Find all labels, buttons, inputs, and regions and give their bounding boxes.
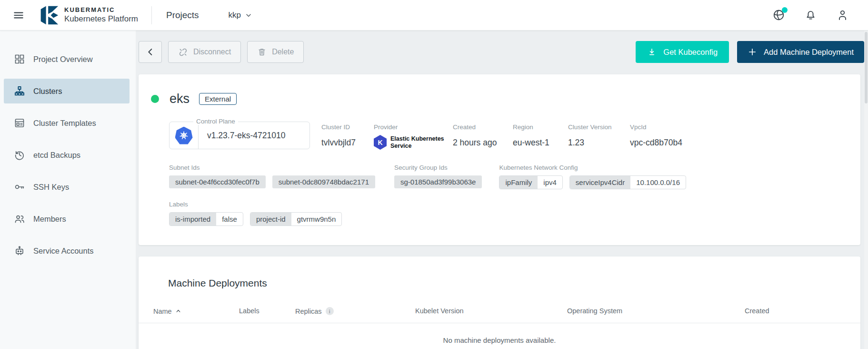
- field-label: Provider: [374, 123, 453, 131]
- vpcid-value: vpc-cd8b70b4: [630, 138, 682, 148]
- clusters-tree-icon: [14, 85, 25, 97]
- sidebar-item-label: Clusters: [33, 87, 62, 96]
- cluster-toolbar: Disconnect Delete: [139, 41, 864, 63]
- notification-badge: [782, 7, 788, 13]
- kubermatic-logo[interactable]: KUBERMATIC Kubernetes Platform: [39, 5, 138, 26]
- field-label: Created: [453, 123, 513, 131]
- label-chip: is-imported false: [169, 212, 243, 226]
- grid-icon: [14, 53, 25, 65]
- sort-asc-icon: [175, 308, 181, 314]
- download-icon: [647, 47, 657, 57]
- column-name[interactable]: Name: [153, 307, 239, 315]
- kubernetes-icon: [175, 127, 193, 144]
- project-selector-value: kkp: [229, 10, 241, 20]
- notifications-bell-icon[interactable]: [804, 9, 817, 21]
- plus-icon: [748, 47, 757, 57]
- chip-key: is-imported: [170, 213, 216, 226]
- column-label: Replicas: [295, 308, 322, 315]
- key-icon: [14, 181, 25, 193]
- table-divider: [139, 323, 860, 323]
- network-config-label: Kubernetes Network Config: [499, 164, 686, 171]
- trash-icon: [257, 47, 267, 57]
- labels-label: Labels: [169, 201, 843, 208]
- subnet-chip: subnet-0e4f6ccd30fec0f7b: [169, 175, 266, 188]
- sidebar-item-label: Service Accounts: [33, 246, 94, 256]
- sidebar-item-label: Members: [33, 215, 66, 224]
- back-button[interactable]: [139, 41, 162, 63]
- logo-title: KUBERMATIC: [64, 6, 138, 13]
- menu-icon[interactable]: [12, 9, 25, 21]
- chevron-down-icon: [245, 11, 252, 19]
- machine-deployments-title: Machine Deployments: [168, 277, 860, 289]
- machine-deployments-table-header: Name Labels Replicas i Kubelet Version O…: [139, 307, 860, 315]
- chip-value: 10.100.0.0/16: [630, 176, 686, 189]
- sidebar-item-etcd-backups[interactable]: etcd Backups: [4, 143, 130, 167]
- external-badge: External: [199, 93, 237, 105]
- top-header: KUBERMATIC Kubernetes Platform Projects …: [0, 0, 868, 31]
- chip-key: ipFamily: [499, 176, 538, 189]
- column-replicas: Replicas i: [295, 307, 415, 315]
- column-labels: Labels: [239, 307, 295, 315]
- add-machine-deployment-button[interactable]: Add Machine Deployment: [737, 41, 864, 63]
- field-label: Cluster Version: [568, 123, 630, 131]
- created-value: 2 hours ago: [453, 138, 513, 148]
- control-plane-field: Control Plane: [169, 122, 310, 149]
- control-plane-label: Control Plane: [193, 118, 238, 125]
- chip-key: project-id: [250, 213, 291, 226]
- community-icon[interactable]: [772, 9, 785, 21]
- disconnect-label: Disconnect: [193, 48, 231, 56]
- sidebar-item-label: Project Overview: [33, 55, 93, 64]
- empty-state-message: No machine deployments available.: [139, 336, 860, 344]
- chip-value: gtvrmw9n5n: [291, 213, 342, 226]
- link-off-icon: [178, 47, 188, 57]
- label-chip: project-id gtvrmw9n5n: [250, 212, 342, 226]
- sidebar-item-ssh-keys[interactable]: SSH Keys: [4, 174, 130, 199]
- chip-value: ipv4: [538, 176, 562, 189]
- info-icon[interactable]: i: [326, 307, 334, 315]
- sidebar-item-members[interactable]: Members: [4, 206, 130, 231]
- project-selector[interactable]: kkp: [229, 10, 252, 20]
- robot-icon: [14, 245, 25, 257]
- cluster-id-value: tvlvvbjld7: [321, 138, 374, 148]
- column-kubelet-version: Kubelet Version: [415, 307, 567, 315]
- header-divider: [151, 6, 152, 24]
- scrollbar-thumb[interactable]: [865, 32, 868, 103]
- chip-value: false: [216, 213, 243, 226]
- network-config-chip: ipFamily ipv4: [499, 175, 562, 189]
- disconnect-button[interactable]: Disconnect: [168, 41, 241, 63]
- subnet-ids-group: Subnet Ids subnet-0e4f6ccd30fec0f7b subn…: [169, 164, 375, 188]
- get-kubeconfig-button[interactable]: Get Kubeconfig: [636, 41, 729, 63]
- logo-subtitle: Kubernetes Platform: [64, 14, 138, 24]
- control-plane-version: v1.23.7-eks-4721010: [199, 122, 309, 149]
- cluster-status-dot: [151, 95, 159, 103]
- subnet-ids-label: Subnet Ids: [169, 164, 375, 171]
- machine-deployments-card: Machine Deployments Name Labels Replicas…: [139, 257, 860, 349]
- cluster-version-value: 1.23: [568, 138, 630, 148]
- sidebar-item-cluster-templates[interactable]: Cluster Templates: [4, 111, 130, 135]
- security-group-chip: sg-01850ad3f99b3063e: [394, 175, 482, 188]
- projects-link[interactable]: Projects: [166, 10, 199, 21]
- get-kubeconfig-label: Get Kubeconfig: [663, 48, 718, 57]
- chevron-left-icon: [145, 47, 156, 57]
- sidebar-item-project-overview[interactable]: Project Overview: [4, 47, 130, 72]
- members-icon: [14, 213, 25, 225]
- sidebar-item-label: SSH Keys: [33, 183, 69, 192]
- sidebar-item-service-accounts[interactable]: Service Accounts: [4, 238, 130, 263]
- field-label: Region: [513, 123, 568, 131]
- provider-name: Elastic Kubernetes Service: [390, 135, 449, 150]
- template-card-icon: [14, 117, 25, 129]
- sidebar-item-label: Cluster Templates: [33, 119, 96, 128]
- add-machine-deployment-label: Add Machine Deployment: [764, 48, 854, 57]
- security-group-ids-group: Security Group Ids sg-01850ad3f99b3063e: [394, 164, 482, 188]
- network-config-group: Kubernetes Network Config ipFamily ipv4 …: [499, 164, 686, 189]
- user-account-icon[interactable]: [836, 9, 849, 21]
- main-content: Disconnect Delete: [136, 31, 864, 349]
- delete-button[interactable]: Delete: [247, 41, 304, 63]
- column-created: Created: [745, 307, 860, 315]
- network-config-chip: serviceIpv4Cidr 10.100.0.0/16: [569, 175, 686, 189]
- field-label: Cluster ID: [321, 123, 374, 131]
- kubermatic-logo-icon: [39, 5, 59, 26]
- scrollbar-track[interactable]: [864, 31, 868, 349]
- delete-label: Delete: [272, 48, 294, 56]
- sidebar-item-clusters[interactable]: Clusters: [4, 79, 130, 103]
